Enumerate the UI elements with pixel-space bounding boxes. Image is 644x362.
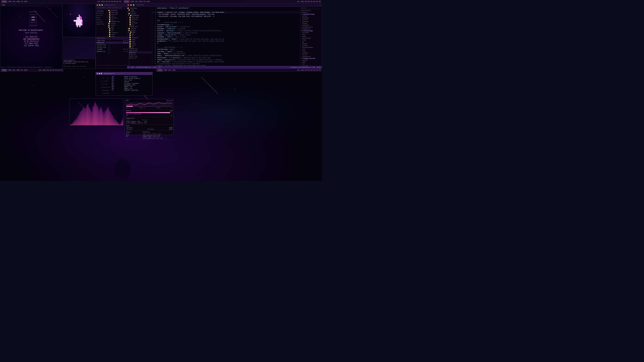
qb-menu-quickmarks[interactable]: [b] [Quickmarks] [6, 38, 57, 40]
outline-system2[interactable]: system [301, 59, 321, 61]
fm-folder-themes[interactable]: 📁 themes [108, 24, 127, 26]
tree-patches[interactable]: 📁 patches [126, 13, 152, 14]
file-installorg[interactable]: install.org [96, 44, 129, 46]
outline-src[interactable]: src [301, 63, 321, 65]
outline-locale[interactable]: locale [301, 22, 321, 24]
fm-min-btn[interactable] [99, 4, 100, 6]
outline-term[interactable]: term [301, 48, 321, 50]
outline-theme[interactable]: theme [301, 39, 321, 41]
tree-app[interactable]: 📁 app [126, 33, 152, 35]
file-flakenix-selected[interactable]: flake.nix2.26 K [96, 41, 129, 44]
tree-hardware[interactable]: 📁 hardware [126, 37, 152, 38]
outline-profile[interactable]: profile [301, 19, 321, 21]
outline-grubdevice[interactable]: grubDevice [301, 28, 321, 30]
fm-folder-user[interactable]: 📁 user [108, 26, 127, 28]
outline-nixpkgs-patched[interactable]: ▼ nixpkgs-patched [301, 57, 321, 59]
fm-folder-system[interactable]: 📁 system [108, 22, 127, 24]
fm-folder-personal[interactable]: 📁 personal [108, 13, 127, 15]
outline-description[interactable]: description [301, 9, 321, 11]
tree-shell[interactable]: 📁 shell [126, 42, 152, 44]
tree-lang[interactable]: 📁 lang [126, 38, 152, 40]
outline-wm[interactable]: wm [301, 41, 321, 43]
outline-dotfilesdir[interactable]: dotfilesDir [301, 37, 321, 39]
file-flakelock[interactable]: flake.lock27.5 K [96, 39, 129, 41]
qb-menu-newtab[interactable]: [t] [New tab] [6, 42, 57, 44]
qb-menu-search[interactable]: [o] [Search] [6, 36, 57, 38]
tree-system[interactable]: 📁 system [126, 27, 152, 29]
fm-sidebar-external[interactable]: External [96, 21, 107, 23]
fm-sidebar-temp[interactable]: Temp-Files [96, 23, 107, 25]
tree-worklab[interactable]: 📁 worklab [126, 22, 152, 24]
tree-wsl[interactable]: 📁 wsl [126, 24, 152, 26]
tree-personal[interactable]: 📁 personal [126, 18, 152, 20]
outline-bootmountpath[interactable]: bootMountPath [301, 26, 321, 28]
outline-name[interactable]: name [301, 33, 321, 35]
fm-folder-art[interactable]: 📁 art [108, 30, 127, 32]
outline-name2[interactable]: name [301, 61, 321, 63]
file-installorg2[interactable]: install.org [96, 46, 129, 48]
tree-git[interactable]: 📁 .git [126, 9, 152, 11]
fm-folder-profiles[interactable]: 📁 profiles [108, 9, 127, 11]
fm-sidebar-music[interactable]: Music [96, 16, 107, 18]
outline-font[interactable]: font [301, 50, 321, 52]
tree-wm[interactable]: 📁 wm [126, 46, 152, 48]
file-readmeorg[interactable]: README.org4.7 K [96, 50, 129, 52]
fm-folder-worklab[interactable]: 📁 worklab [108, 17, 127, 19]
outline-defaultroamdir[interactable]: defaultRoamDir [301, 46, 321, 48]
tree-desktop-png[interactable]: desktop.png [126, 50, 152, 51]
tree-install-org[interactable]: install.org [126, 55, 152, 57]
outline-system[interactable]: system [301, 15, 321, 17]
tree-art[interactable]: 📁 art [126, 35, 152, 37]
editor-close[interactable] [128, 4, 129, 6]
tree-profiles[interactable]: ▼ 📁 profiles [126, 14, 152, 16]
outline-spawneditor[interactable]: spawnEditor [301, 56, 321, 57]
fm-sidebar-pictures[interactable]: Pictures [96, 14, 107, 16]
editor-max[interactable] [133, 4, 134, 6]
fm-close-btn[interactable] [97, 4, 98, 6]
outline-editor[interactable]: editor [301, 54, 321, 56]
outline-timezone[interactable]: timezone [301, 21, 321, 22]
fm-folder-homelab[interactable]: 📁 home lab [108, 11, 127, 13]
outline-username[interactable]: username [301, 32, 321, 33]
fm-max-btn[interactable] [102, 4, 103, 6]
outline-wmtype[interactable]: wmType [301, 43, 321, 44]
outline-usersettings[interactable]: ▼ userSettings [301, 30, 321, 32]
tree-user[interactable]: ▼ 📁 user [126, 31, 152, 33]
tree-readme-user[interactable]: README.org [126, 48, 152, 50]
neofetch-max[interactable] [101, 73, 102, 74]
neofetch-close[interactable] [97, 73, 98, 74]
fm-folder-app[interactable]: 📁 app [108, 28, 127, 30]
fm-folder-hardware[interactable]: 📁 hardware [108, 32, 127, 33]
fm-sidebar-documents[interactable]: Documents [96, 12, 107, 14]
tree-harden-sh[interactable]: harden.sh [126, 53, 152, 55]
tree-themes[interactable]: 📁 themes [126, 29, 152, 31]
outline-systemsettings[interactable]: ⊳ systemSettings [301, 13, 321, 15]
tree-outputs[interactable]: ⊳ outputs [126, 11, 152, 13]
outline-email[interactable]: email [301, 35, 321, 37]
tree-install-sh[interactable]: install.sh [126, 57, 152, 59]
fm-folder-wsl[interactable]: 📁 wsl [108, 19, 127, 21]
qb-menu-closetab[interactable]: [x] [Close tab] [6, 44, 57, 47]
tree-homelab[interactable]: 📁 home lab [126, 16, 152, 18]
code-area[interactable]: 1 description = "Flake of LibrePhoenix";… [152, 6, 300, 66]
file-license[interactable]: LICENSE34.2 K [96, 48, 129, 50]
tree-style[interactable]: 📁 style [126, 44, 152, 46]
outline-outputs[interactable]: outputs [301, 11, 321, 13]
outline-hostname[interactable]: hostname [301, 17, 321, 19]
tree-readme-profiles[interactable]: README.org [126, 26, 152, 27]
fm-folder-work[interactable]: 📁 work [108, 15, 127, 17]
editor-min[interactable] [130, 4, 132, 6]
outline-bootmode[interactable]: bootMode [301, 24, 321, 26]
fm-sidebar-dotfiles[interactable]: .dotfiles [96, 10, 107, 12]
outline-browser[interactable]: browser [301, 44, 321, 46]
tree-pkgs[interactable]: 📁 pkgs [126, 40, 152, 42]
outline-fontpkg[interactable]: fontPkg [301, 52, 321, 54]
qb-menu-history[interactable]: [S h] [History] [6, 40, 57, 42]
tree-dotfiles-root[interactable]: 📁 .dotfiles [126, 7, 152, 9]
fm-sidebar-videos[interactable]: Videos [96, 18, 107, 21]
fm-file-readme-org[interactable]: 📄 README.org [108, 21, 127, 22]
tree-flake-nix[interactable]: flake.nix [126, 51, 152, 53]
neofetch-min[interactable] [99, 73, 100, 74]
tree-work[interactable]: 📁 work [126, 20, 152, 22]
fm-folder-lang[interactable]: 📁 lang [108, 33, 127, 35]
